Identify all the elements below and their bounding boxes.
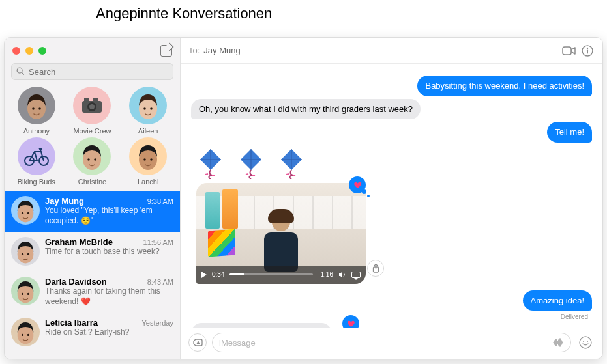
share-button[interactable] bbox=[367, 260, 384, 277]
pinned-conversation[interactable]: Christine bbox=[65, 137, 121, 186]
svg-rect-36 bbox=[587, 49, 588, 53]
conversation-item[interactable]: Jay Mung9:38 AMYou loved "Yep, this'll k… bbox=[5, 191, 180, 232]
pin-label: Lanchi bbox=[120, 178, 176, 186]
tapback-love[interactable] bbox=[342, 315, 359, 328]
composer: A iMessage bbox=[181, 328, 602, 359]
pinned-conversation[interactable]: Anthony bbox=[8, 87, 65, 135]
message-bubble[interactable]: Tell me! bbox=[547, 122, 592, 143]
conversation-preview: Thanks again for taking them this weeken… bbox=[45, 287, 173, 307]
audio-message-icon[interactable] bbox=[552, 338, 564, 347]
facetime-button[interactable] bbox=[562, 44, 576, 58]
avatar bbox=[11, 196, 40, 225]
conversation-time: 11:56 AM bbox=[143, 238, 173, 246]
conversation-name: Graham McBride bbox=[45, 237, 113, 247]
svg-point-20 bbox=[150, 158, 153, 161]
message-input[interactable]: iMessage bbox=[212, 333, 571, 352]
search-input[interactable] bbox=[11, 63, 173, 80]
conversation-preview: You loved "Yep, this'll keep 'em occupie… bbox=[45, 206, 173, 226]
conversation-item[interactable]: Darla Davidson8:43 AMThanks again for ta… bbox=[5, 272, 180, 313]
conversation-time: Yesterday bbox=[141, 319, 173, 327]
conversation-header: To: Jay Mung bbox=[181, 38, 602, 64]
message-bubble[interactable]: Amazing idea! bbox=[523, 290, 592, 311]
message-incoming: Oh, you know what I did with my third gr… bbox=[191, 99, 592, 120]
svg-point-31 bbox=[22, 334, 23, 336]
pin-label: Biking Buds bbox=[8, 178, 65, 186]
delivered-label: Delivered bbox=[191, 313, 588, 320]
video-attachment[interactable]: 0:34 -1:16 bbox=[196, 183, 366, 284]
kite-emoji-row[interactable] bbox=[196, 148, 592, 179]
avatar bbox=[18, 137, 55, 175]
messages-window: AnthonyMovie CrewAileenBiking BudsChrist… bbox=[4, 37, 603, 359]
svg-point-35 bbox=[587, 47, 588, 48]
message-bubble[interactable]: Yep, this'll keep 'em occupied. 😉 bbox=[191, 323, 332, 328]
svg-point-17 bbox=[95, 158, 97, 161]
kite-icon bbox=[196, 148, 225, 179]
avatar bbox=[73, 137, 111, 175]
conversation-list: Jay Mung9:38 AMYou loved "Yep, this'll k… bbox=[5, 191, 180, 359]
volume-icon[interactable] bbox=[338, 271, 346, 279]
pinned-conversations: AnthonyMovie CrewAileenBiking BudsChrist… bbox=[5, 87, 180, 191]
conversation-name: Jay Mung bbox=[45, 196, 84, 206]
video-scrubber[interactable] bbox=[229, 273, 313, 275]
svg-point-12 bbox=[150, 107, 153, 110]
conversation-pane: To: Jay Mung Babysitting this weekend, I… bbox=[181, 38, 602, 359]
pinned-conversation[interactable]: Biking Buds bbox=[8, 137, 65, 186]
avatar bbox=[18, 87, 55, 124]
message-thread[interactable]: Babysitting this weekend, I need activit… bbox=[181, 64, 602, 328]
pinned-conversation[interactable]: Aileen bbox=[120, 87, 176, 135]
conversation-preview: Ride on Sat.? Early-ish? bbox=[45, 328, 173, 338]
play-icon[interactable] bbox=[201, 272, 207, 278]
recipient-name: Jay Mung bbox=[203, 46, 240, 55]
zoom-button[interactable] bbox=[38, 47, 46, 55]
conversation-time: 9:38 AM bbox=[147, 197, 173, 205]
conversation-item[interactable]: Graham McBride11:56 AMTime for a touch b… bbox=[5, 232, 180, 272]
avatar bbox=[129, 137, 167, 175]
conversation-preview: Time for a touch base this week? bbox=[45, 247, 173, 257]
svg-point-26 bbox=[27, 253, 29, 255]
kite-icon bbox=[237, 148, 265, 179]
avatar bbox=[11, 277, 40, 305]
search-field[interactable] bbox=[11, 63, 173, 80]
message-bubble[interactable]: Oh, you know what I did with my third gr… bbox=[191, 99, 421, 120]
to-label: To: bbox=[188, 46, 200, 55]
svg-rect-8 bbox=[84, 98, 89, 102]
svg-point-0 bbox=[17, 68, 22, 73]
apps-button[interactable]: A bbox=[188, 333, 207, 352]
video-elapsed: 0:34 bbox=[212, 271, 224, 278]
avatar bbox=[11, 318, 40, 346]
avatar bbox=[73, 87, 111, 124]
pin-label: Movie Crew bbox=[65, 127, 121, 135]
avatar bbox=[11, 237, 40, 266]
conversation-item[interactable]: Leticia IbarraYesterdayRide on Sat.? Ear… bbox=[5, 313, 180, 352]
message-incoming: Yep, this'll keep 'em occupied. 😉 bbox=[191, 323, 592, 328]
video-remaining: -1:16 bbox=[318, 271, 333, 278]
svg-point-40 bbox=[583, 341, 584, 342]
svg-point-39 bbox=[580, 337, 591, 348]
svg-point-29 bbox=[27, 293, 29, 295]
details-button[interactable] bbox=[580, 44, 595, 58]
message-bubble[interactable]: Babysitting this weekend, I need activit… bbox=[417, 76, 592, 96]
video-controls[interactable]: 0:34 -1:16 bbox=[196, 266, 366, 284]
heart-icon bbox=[353, 181, 362, 189]
minimize-button[interactable] bbox=[25, 47, 33, 55]
close-button[interactable] bbox=[12, 47, 20, 55]
svg-rect-33 bbox=[563, 47, 571, 55]
svg-point-23 bbox=[27, 212, 29, 214]
svg-point-28 bbox=[22, 293, 23, 295]
tapback-love[interactable] bbox=[349, 176, 366, 193]
emoji-button[interactable] bbox=[576, 333, 595, 352]
svg-rect-9 bbox=[93, 98, 98, 102]
svg-point-11 bbox=[143, 107, 146, 110]
message-outgoing: Babysitting this weekend, I need activit… bbox=[191, 76, 592, 96]
message-outgoing: Amazing idea! bbox=[191, 290, 592, 311]
sidebar: AnthonyMovie CrewAileenBiking BudsChrist… bbox=[5, 38, 181, 359]
search-icon bbox=[16, 66, 25, 76]
pin-label: Christine bbox=[65, 178, 121, 186]
svg-point-25 bbox=[22, 253, 23, 255]
pinned-conversation[interactable]: Movie Crew bbox=[65, 87, 121, 135]
pinned-conversation[interactable]: Lanchi bbox=[120, 137, 176, 186]
avatar bbox=[129, 87, 167, 124]
airplay-icon[interactable] bbox=[351, 272, 361, 278]
pin-label: Anthony bbox=[8, 127, 65, 135]
compose-button[interactable] bbox=[160, 45, 172, 57]
